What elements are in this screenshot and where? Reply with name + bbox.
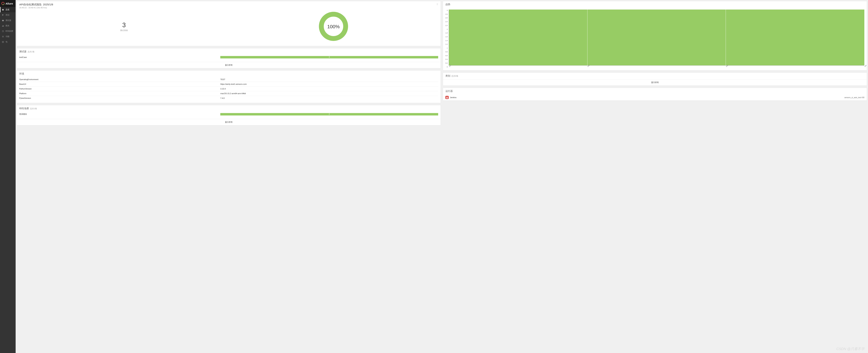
- nav-item-list[interactable]: 功能: [0, 34, 16, 39]
- y-tick: 2.2: [445, 25, 448, 26]
- y-tick: 2.4: [445, 21, 448, 23]
- env-row: PlatformmacOS-15.2-arm64-arm-64bit: [19, 91, 438, 96]
- env-value: https://aicity-test1.sensoro.com: [220, 83, 438, 85]
- categories-widget: 类别 总共0项 显示所有: [443, 72, 867, 86]
- categories-title: 类别: [445, 74, 450, 77]
- executors-title: 运行器: [445, 90, 453, 93]
- bar-row[interactable]: 登录模块2: [19, 112, 438, 116]
- svg-rect-4: [3, 25, 3, 27]
- env-value: 3.10.4: [220, 88, 438, 90]
- nav-label: 图表: [5, 25, 9, 27]
- suites-widget: 测试套 总共1项 testCase3 显示所有: [17, 48, 441, 68]
- y-tick: 2: [445, 28, 448, 30]
- nav-label: 包: [5, 41, 7, 43]
- y-tick: 1.2: [445, 43, 448, 45]
- environment-widget: 环境 OperatingEnvironmentTESTBaseUrlhttps:…: [17, 70, 441, 103]
- nav-item-briefcase[interactable]: 测试套: [0, 18, 16, 23]
- env-row: PytestVersion7.4.0: [19, 96, 438, 100]
- executor-build: sensoro_ui_auto_test #30: [844, 97, 864, 99]
- allure-logo-icon: [1, 2, 4, 5]
- features-title: 特性场景: [19, 107, 29, 110]
- trend-plot-area: [449, 9, 864, 66]
- clock-icon: [2, 30, 4, 32]
- nav: 总览类别测试套图表时间刻度功能包: [0, 7, 16, 353]
- features-subtitle: 总共1项: [30, 107, 37, 110]
- pass-rate-donut: 100%: [318, 11, 349, 42]
- package-icon: [2, 41, 4, 43]
- env-row: BaseUrlhttps://aicity-test1.sensoro.com: [19, 82, 438, 86]
- bar-fill: 3: [220, 56, 438, 59]
- bar-track: 3: [220, 56, 438, 59]
- categories-subtitle: 总共0项: [452, 75, 458, 77]
- categories-show-all[interactable]: 显示所有: [443, 79, 867, 85]
- x-tick: #28: [587, 66, 588, 67]
- bar-row[interactable]: testCase3: [19, 55, 438, 60]
- y-tick: 1.8: [445, 32, 448, 34]
- env-value: macOS-15.2-arm64-arm-64bit: [220, 93, 438, 95]
- nav-item-flag[interactable]: 类别: [0, 12, 16, 18]
- report-date: 2025/1/8: [43, 3, 53, 6]
- features-widget: 特性场景 总共1项 登录模块2 显示所有: [17, 105, 441, 126]
- executor-name: Jenkins: [450, 96, 456, 99]
- sidebar: Allure 总览类别测试套图表时间刻度功能包: [0, 0, 16, 353]
- svg-rect-5: [3, 26, 4, 27]
- trend-x-axis: #27#28#29#30: [449, 66, 864, 68]
- x-tick: #30: [864, 66, 865, 67]
- svg-rect-3: [2, 26, 3, 27]
- env-key: OperatingEnvironment: [19, 78, 220, 80]
- nav-label: 功能: [5, 35, 9, 38]
- briefcase-icon: [2, 20, 4, 22]
- report-time-range: 16:40:22 - 16:40:41 (18s 857ms): [19, 7, 438, 9]
- nav-label: 类别: [5, 14, 9, 16]
- list-icon: [2, 36, 4, 38]
- logo-text: Allure: [5, 2, 13, 5]
- executor-row[interactable]: Jenkins sensoro_ui_auto_test #30: [443, 95, 867, 100]
- suites-show-all[interactable]: 显示所有: [17, 62, 441, 68]
- x-tick: #27: [449, 66, 450, 67]
- nav-label: 测试套: [5, 19, 11, 22]
- environment-title: 环境: [19, 72, 24, 75]
- nav-item-clock[interactable]: 时间刻度: [0, 28, 16, 34]
- flag-icon: [2, 14, 4, 16]
- y-tick: 0.6: [445, 55, 448, 57]
- nav-label: 时间刻度: [5, 30, 13, 32]
- y-tick: 1: [445, 47, 448, 49]
- executors-widget: 运行器 Jenkins sensoro_ui_auto_test #30: [443, 88, 867, 101]
- env-value: 7.4.0: [220, 97, 438, 99]
- y-tick: 1.4: [445, 40, 448, 41]
- drag-icon[interactable]: ⠿: [436, 3, 438, 6]
- bar-fill: 2: [220, 113, 438, 115]
- svg-point-11: [446, 97, 447, 98]
- svg-rect-8: [2, 36, 4, 37]
- main: API自动化测试报告 2025/1/8 ⠿ 16:40:22 - 16:40:4…: [16, 0, 868, 353]
- y-tick: 2.6: [445, 17, 448, 19]
- nav-item-package[interactable]: 包: [0, 39, 16, 44]
- features-show-all[interactable]: 显示所有: [17, 119, 441, 125]
- summary-widget: API自动化测试报告 2025/1/8 ⠿ 16:40:22 - 16:40:4…: [17, 1, 441, 46]
- env-key: BaseUrl: [19, 83, 220, 85]
- env-key: PytestVersion: [19, 97, 220, 99]
- bar-track: 2: [220, 113, 438, 115]
- nav-item-home[interactable]: 总览: [0, 7, 16, 12]
- trend-y-axis: 32.82.62.42.221.81.61.41.210.80.60.40.20: [445, 9, 449, 68]
- nav-item-chart[interactable]: 图表: [0, 23, 16, 28]
- trend-widget: 趋势 32.82.62.42.221.81.61.41.210.80.60.40…: [443, 1, 867, 70]
- y-tick: 1.6: [445, 36, 448, 38]
- y-tick: 0.8: [445, 51, 448, 53]
- env-key: Platform: [19, 93, 220, 95]
- env-key: PythonVersion: [19, 88, 220, 90]
- nav-label: 总览: [5, 8, 9, 11]
- y-tick: 2.8: [445, 13, 448, 15]
- chart-icon: [2, 25, 4, 27]
- y-tick: 0.4: [445, 59, 448, 60]
- env-row: OperatingEnvironmentTEST: [19, 77, 438, 82]
- report-title: API自动化测试报告: [19, 3, 42, 6]
- env-row: PythonVersion3.10.4: [19, 86, 438, 91]
- svg-rect-2: [2, 20, 4, 21]
- suites-subtitle: 总共1项: [28, 50, 34, 53]
- pass-percentage: 100%: [327, 24, 340, 30]
- y-tick: 3: [445, 9, 448, 11]
- home-icon: [2, 9, 4, 11]
- bar-label: 登录模块: [19, 113, 220, 115]
- logo[interactable]: Allure: [0, 0, 16, 7]
